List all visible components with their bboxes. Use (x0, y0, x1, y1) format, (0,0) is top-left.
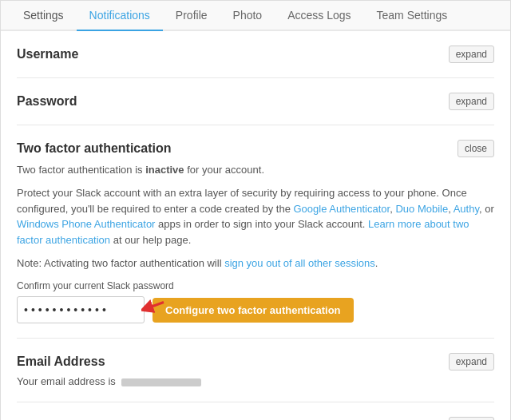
confirm-password-label: Confirm your current Slack password (17, 280, 494, 291)
settings-content: Username expand Password expand Two fact… (1, 31, 510, 420)
tfa-sep3: , or (479, 203, 494, 215)
password-section: Password expand (17, 78, 494, 125)
tfa-header: Two factor authentication close (17, 140, 494, 157)
tfa-status-prefix: Two factor authentication is (17, 164, 145, 176)
tfa-note-link[interactable]: sign you out of all other sessions (224, 257, 375, 269)
timezone-header: Time Zone expand (17, 417, 494, 420)
tab-team-settings[interactable]: Team Settings (364, 1, 461, 31)
tfa-link-authy[interactable]: Authy (454, 203, 479, 215)
tfa-link5-suffix: at our help page. (110, 234, 191, 246)
tfa-link-google[interactable]: Google Authenticator (293, 203, 390, 215)
page-wrapper: Settings Notifications Profile Photo Acc… (0, 0, 511, 420)
email-address-text: Your email address is (17, 375, 494, 387)
tfa-title: Two factor authentication (17, 141, 171, 156)
username-expand-button[interactable]: expand (449, 46, 494, 63)
email-prefix: Your email address is (17, 375, 116, 387)
username-title: Username (17, 47, 78, 61)
email-header: Email Address expand (17, 353, 494, 370)
email-section: Email Address expand Your email address … (17, 339, 494, 402)
password-expand-button[interactable]: expand (449, 93, 494, 110)
tfa-section: Two factor authentication close Two fact… (17, 125, 494, 339)
configure-tfa-button[interactable]: Configure two factor authentication (153, 298, 354, 323)
password-header: Password expand (17, 93, 494, 110)
tab-access-logs[interactable]: Access Logs (275, 1, 363, 31)
tfa-inactive-label: inactive (145, 164, 184, 176)
tfa-link-duo[interactable]: Duo Mobile (395, 203, 448, 215)
password-title: Password (17, 94, 77, 109)
tab-notifications[interactable]: Notifications (77, 1, 163, 31)
tfa-description: Protect your Slack account with an extra… (17, 185, 494, 248)
username-header: Username expand (17, 46, 494, 63)
tfa-note-suffix: . (375, 257, 378, 269)
tfa-status-text: Two factor authentication is inactive fo… (17, 164, 494, 176)
current-password-input[interactable] (17, 296, 145, 323)
timezone-section: Time Zone expand Slack uses your time zo… (17, 402, 494, 420)
tab-profile[interactable]: Profile (163, 1, 220, 31)
email-title: Email Address (17, 355, 105, 369)
tfa-note-prefix: Note: Activating two factor authenticati… (17, 257, 224, 269)
email-expand-button[interactable]: expand (449, 353, 494, 370)
tfa-note: Note: Activating two factor authenticati… (17, 257, 494, 269)
tab-settings[interactable]: Settings (10, 1, 77, 31)
tfa-close-button[interactable]: close (458, 140, 494, 157)
tfa-status-suffix: for your account. (184, 164, 264, 176)
tfa-link4-suffix: apps in order to sign into your Slack ac… (155, 218, 368, 230)
tab-photo[interactable]: Photo (220, 1, 275, 31)
tfa-content: Two factor authentication is inactive fo… (17, 164, 494, 323)
tab-bar: Settings Notifications Profile Photo Acc… (1, 1, 510, 31)
username-section: Username expand (17, 31, 494, 78)
tfa-link-winphone[interactable]: Windows Phone Authenticator (17, 218, 155, 230)
email-redacted (121, 378, 201, 386)
confirm-row: Configure two factor authentication (17, 296, 494, 323)
timezone-expand-button[interactable]: expand (449, 417, 494, 420)
